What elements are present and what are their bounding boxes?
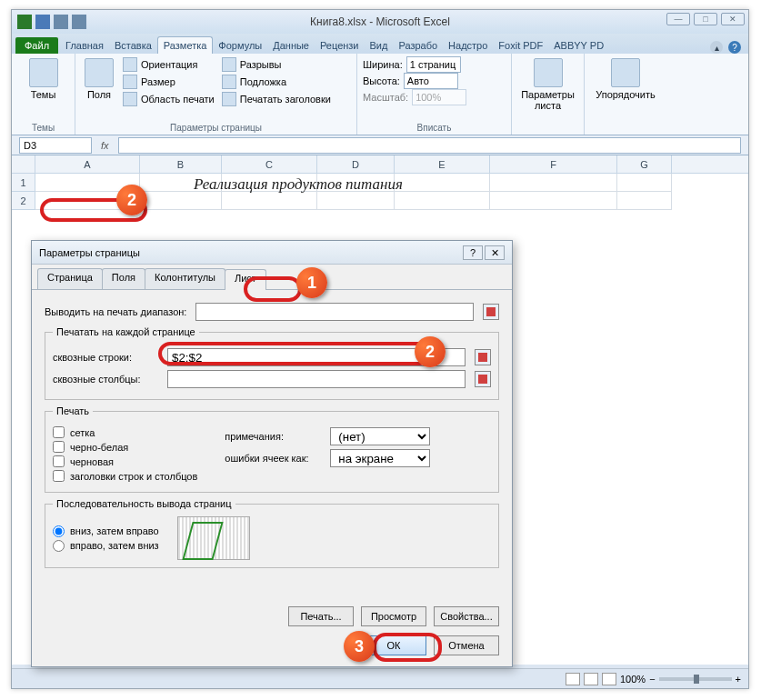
col-header-b[interactable]: B (140, 155, 222, 173)
radio-over-down[interactable] (53, 540, 65, 552)
name-box[interactable]: D3 (19, 137, 92, 154)
margins-label: Поля (87, 89, 111, 100)
dialog-title: Параметры страницы (39, 247, 140, 258)
row-header[interactable]: 2 (12, 192, 35, 210)
properties-button[interactable]: Свойства... (434, 606, 499, 626)
tab-data[interactable]: Данные (267, 37, 315, 54)
arrange-icon (611, 58, 640, 87)
zoom-slider[interactable] (659, 677, 732, 681)
save-icon[interactable] (35, 15, 50, 29)
window-title: Книга8.xlsx - Microsoft Excel (12, 15, 748, 28)
tab-view[interactable]: Вид (365, 37, 394, 54)
tab-formulas[interactable]: Формулы (213, 37, 267, 54)
minimize-ribbon-icon[interactable]: ▴ (710, 41, 723, 54)
tab-page-layout[interactable]: Разметка (157, 36, 214, 54)
dtab-margins[interactable]: Поля (102, 268, 145, 289)
minimize-button[interactable]: — (666, 13, 690, 25)
col-header-d[interactable]: D (317, 155, 395, 173)
chk-gridlines[interactable] (53, 426, 65, 438)
file-tab[interactable]: Файл (15, 37, 58, 54)
orientation-icon (123, 57, 137, 72)
themes-button[interactable]: Темы (17, 56, 69, 102)
rows-repeat-picker[interactable] (475, 349, 491, 365)
tab-addins[interactable]: Надстро (443, 37, 493, 54)
size-button[interactable]: Размер (121, 74, 216, 90)
themes-label: Темы (31, 89, 56, 100)
page-setup-dialog: Параметры страницы ? ✕ Страница Поля Кол… (31, 240, 513, 667)
repeat-legend: Печатать на каждой странице (53, 326, 199, 337)
undo-icon[interactable] (54, 15, 68, 29)
comments-select[interactable]: (нет) (330, 427, 430, 445)
group-scale: Ширина: Высота: Масштаб: Вписать (357, 54, 512, 135)
breaks-icon (222, 57, 236, 72)
redo-icon[interactable] (72, 15, 86, 29)
view-normal-icon[interactable] (566, 673, 580, 685)
preview-button[interactable]: Просмотр (361, 606, 426, 626)
fx-icon[interactable]: fx (101, 140, 109, 151)
arrange-button[interactable]: Упорядочить (590, 56, 661, 102)
group-scale-label: Вписать (363, 121, 506, 133)
ribbon-help: ▴ ? (710, 41, 748, 54)
tab-home[interactable]: Главная (60, 37, 109, 54)
col-header-c[interactable]: C (222, 155, 317, 173)
width-label: Ширина: (363, 59, 403, 70)
width-input[interactable] (406, 56, 461, 73)
col-header-g[interactable]: G (617, 155, 672, 173)
dtab-sheet[interactable]: Лист (225, 269, 266, 290)
tab-developer[interactable]: Разрабо (393, 37, 443, 54)
radio-down-over[interactable] (53, 525, 65, 537)
tab-foxit[interactable]: Foxit PDF (493, 37, 548, 54)
badge-2-dialog: 2 (415, 336, 446, 367)
maximize-button[interactable]: □ (694, 13, 717, 25)
tab-insert[interactable]: Вставка (109, 37, 157, 54)
dtab-headerfooter[interactable]: Колонтитулы (145, 268, 225, 289)
height-input[interactable] (404, 73, 458, 89)
view-layout-icon[interactable] (584, 673, 598, 685)
height-label: Высота: (363, 75, 400, 86)
print-area-button[interactable]: Область печати (121, 91, 216, 107)
errors-select[interactable]: на экране (330, 449, 430, 467)
print-titles-button[interactable]: Печатать заголовки (220, 91, 333, 107)
background-button[interactable]: Подложка (220, 74, 333, 90)
print-range-picker[interactable] (483, 304, 499, 320)
formula-bar: D3 fx (12, 135, 748, 155)
chk-headings[interactable] (53, 470, 65, 482)
chk-draft[interactable] (53, 455, 65, 467)
dialog-close-button[interactable]: ✕ (485, 245, 505, 260)
orientation-button[interactable]: Ориентация (121, 56, 216, 73)
dialog-help-button[interactable]: ? (463, 245, 483, 260)
tab-abbyy[interactable]: ABBYY PD (548, 37, 609, 54)
col-header-e[interactable]: E (395, 155, 490, 173)
badge-3: 3 (344, 631, 375, 662)
cols-repeat-picker[interactable] (475, 371, 491, 387)
badge-2-sheet: 2 (116, 185, 147, 215)
chk-bw[interactable] (53, 441, 65, 453)
view-break-icon[interactable] (602, 673, 616, 685)
statusbar: 100% − + (12, 668, 748, 688)
zoom-out-button[interactable]: − (649, 674, 655, 685)
sheet-options-button[interactable]: Параметры листа (517, 56, 578, 113)
row-header[interactable]: 1 (12, 174, 35, 192)
margins-button[interactable]: Поля (81, 56, 117, 113)
close-button[interactable]: ✕ (721, 13, 745, 25)
col-header-a[interactable]: A (35, 155, 140, 173)
dialog-body: Выводить на печать диапазон: Печатать на… (32, 290, 512, 583)
cols-repeat-input[interactable] (167, 370, 466, 388)
select-all-corner[interactable] (12, 155, 35, 173)
print-area-icon (123, 92, 137, 106)
dtab-page[interactable]: Страница (37, 268, 103, 289)
breaks-button[interactable]: Разрывы (220, 56, 333, 73)
print-button[interactable]: Печать... (288, 606, 354, 626)
zoom-value[interactable]: 100% (620, 674, 646, 685)
col-header-f[interactable]: F (490, 155, 617, 173)
print-titles-icon (222, 92, 236, 106)
zoom-in-button[interactable]: + (736, 674, 741, 685)
dialog-titlebar: Параметры страницы ? ✕ (32, 241, 512, 265)
print-range-input[interactable] (195, 303, 474, 321)
formula-input[interactable] (118, 137, 741, 154)
print-fieldset: Печать сетка черно-белая черновая заголо… (45, 405, 499, 493)
help-icon[interactable]: ? (728, 41, 741, 54)
arrange-label: Упорядочить (596, 89, 655, 100)
cancel-button[interactable]: Отмена (434, 635, 499, 655)
tab-review[interactable]: Рецензи (315, 37, 365, 54)
